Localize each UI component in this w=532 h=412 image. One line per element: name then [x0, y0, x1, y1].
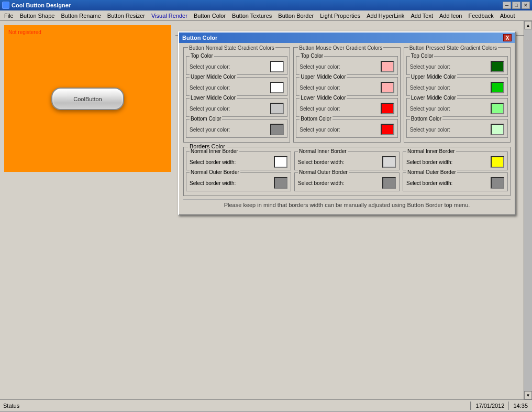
mouseover-upper-middle-select-label: Select your color: — [300, 85, 377, 91]
menu-file[interactable]: File — [1, 12, 17, 20]
normal-top-select-label: Select your color: — [190, 64, 267, 70]
pressed-upper-middle-swatch[interactable] — [491, 82, 504, 93]
normal-upper-middle-select-label: Select your color: — [190, 85, 267, 91]
menu-button-color[interactable]: Button Color — [191, 12, 229, 20]
mouseover-upper-middle-swatch[interactable] — [381, 82, 394, 93]
mouseover-inner-border-row: Select border width: — [298, 156, 396, 168]
menu-add-text[interactable]: Add Text — [407, 12, 436, 20]
title-bar-buttons: ─ □ ✕ — [503, 2, 530, 9]
mouseover-top-group: Top Color Select your color: — [296, 56, 397, 75]
menu-add-hyperlink[interactable]: Add HyperLink — [363, 12, 407, 20]
menu-button-textures[interactable]: Button Textures — [229, 12, 275, 20]
mouseover-lower-middle-select-label: Select your color: — [300, 106, 377, 112]
pressed-bottom-swatch[interactable] — [491, 124, 504, 135]
menu-button-resizer[interactable]: Button Resizer — [104, 12, 148, 20]
menu-about[interactable]: About — [497, 12, 518, 20]
mouseover-borders-col: Normal Inner Border Select border width:… — [294, 151, 400, 193]
pressed-bottom-row: Select your color: — [410, 124, 504, 135]
mouseover-lower-middle-swatch[interactable] — [381, 103, 394, 114]
normal-top-swatch[interactable] — [270, 61, 284, 72]
pressed-outer-border-select-label: Select border width: — [406, 180, 487, 186]
mouseover-lower-middle-row: Select your color: — [300, 103, 394, 114]
mouse-over-title: Button Mouse Over Gradient Colors — [298, 45, 383, 51]
scroll-up-button[interactable]: ▲ — [524, 21, 532, 29]
menu-light-properties[interactable]: Light Properties — [317, 12, 363, 20]
menu-button-rename[interactable]: Button Rename — [58, 12, 104, 20]
normal-lower-middle-group: Lower Middle Color Select your color: — [186, 98, 287, 117]
close-button[interactable]: ✕ — [522, 2, 530, 9]
normal-lower-middle-row: Select your color: — [190, 103, 284, 114]
vertical-scrollbar[interactable]: ▲ ▼ — [524, 21, 532, 399]
dialog-title-bar: Button Color X — [179, 32, 515, 43]
pressed-outer-border-label: Normal Outer Border — [406, 169, 457, 175]
pressed-top-row: Select your color: — [410, 61, 504, 72]
status-time: 14:35 — [508, 402, 532, 410]
menu-add-icon[interactable]: Add Icon — [436, 12, 465, 20]
scroll-track[interactable] — [524, 29, 532, 391]
normal-outer-border-row: Select border width: — [190, 177, 287, 189]
menu-feedback[interactable]: Feedback — [465, 12, 496, 20]
pressed-outer-border-group: Normal Outer Border Select border width: — [403, 172, 508, 191]
pressed-bottom-group: Bottom Color Select your color: — [406, 119, 508, 138]
normal-bottom-row: Select your color: — [190, 124, 284, 135]
mouseover-bottom-swatch[interactable] — [381, 124, 394, 135]
mouseover-inner-border-swatch[interactable] — [382, 156, 396, 168]
mouseover-outer-border-swatch[interactable] — [382, 177, 396, 189]
normal-outer-border-group: Normal Outer Border Select border width: — [186, 172, 291, 191]
normal-bottom-label: Bottom Color — [190, 116, 222, 122]
pressed-outer-border-swatch[interactable] — [491, 177, 504, 189]
pressed-lower-middle-row: Select your color: — [410, 103, 504, 114]
dialog-title-text: Button Color — [182, 35, 217, 41]
borders-section: Borders Color Normal Inner Border Select… — [183, 147, 511, 196]
preview-panel: Not registered CoolButton — [0, 21, 175, 351]
mouseover-top-row: Select your color: — [300, 61, 394, 72]
normal-upper-middle-row: Select your color: — [190, 82, 284, 93]
scroll-down-button[interactable]: ▼ — [524, 391, 532, 399]
gradient-sections: Button Normal State Gradient Colors Top … — [183, 47, 511, 143]
normal-bottom-swatch[interactable] — [270, 124, 284, 135]
title-bar: Cool Button Designer ─ □ ✕ — [0, 0, 532, 10]
status-bar: Status 17/01/2012 14:35 — [0, 399, 532, 411]
normal-outer-border-select-label: Select border width: — [190, 180, 271, 186]
pressed-inner-border-swatch[interactable] — [491, 156, 504, 168]
status-text: Status — [0, 403, 470, 409]
dialog-content: Button Normal State Gradient Colors Top … — [179, 43, 515, 214]
normal-inner-border-swatch[interactable] — [274, 156, 287, 168]
normal-lower-middle-swatch[interactable] — [270, 103, 284, 114]
button-color-dialog: Button Color X Button Normal State Gradi… — [178, 31, 516, 215]
pressed-outer-border-row: Select border width: — [406, 177, 504, 189]
pressed-top-swatch[interactable] — [491, 61, 504, 72]
normal-upper-middle-swatch[interactable] — [270, 82, 284, 93]
maximize-button[interactable]: □ — [512, 2, 520, 9]
mouseover-top-swatch[interactable] — [381, 61, 394, 72]
menu-button-border[interactable]: Button Border — [275, 12, 317, 20]
pressed-inner-border-group: Normal Inner Border Select border width: — [403, 151, 508, 170]
pressed-upper-middle-select-label: Select your color: — [410, 85, 487, 91]
pressed-top-group: Top Color Select your color: — [406, 56, 508, 75]
menu-bar: File Button Shape Button Rename Button R… — [0, 10, 532, 21]
app-title: Cool Button Designer — [12, 2, 501, 8]
pressed-upper-middle-label: Upper Middle Color — [410, 74, 457, 80]
preview-background: Not registered CoolButton — [4, 25, 171, 172]
preview-button[interactable]: CoolButton — [51, 88, 124, 110]
pressed-inner-border-row: Select border width: — [406, 156, 504, 168]
dialog-close-button[interactable]: X — [503, 34, 512, 41]
mouseover-bottom-row: Select your color: — [300, 124, 394, 135]
normal-top-row: Select your color: — [190, 61, 284, 72]
minimize-button[interactable]: ─ — [503, 2, 511, 9]
normal-lower-middle-label: Lower Middle Color — [190, 95, 237, 101]
preview-button-label: CoolButton — [73, 96, 102, 102]
menu-button-shape[interactable]: Button Shape — [17, 12, 58, 20]
normal-inner-border-select-label: Select border width: — [190, 159, 271, 165]
normal-top-label: Top Color — [190, 53, 214, 59]
pressed-borders-col: Normal Inner Border Select border width:… — [403, 151, 508, 193]
menu-visual-render[interactable]: Visual Render — [148, 12, 191, 20]
pressed-lower-middle-swatch[interactable] — [491, 103, 504, 114]
normal-outer-border-swatch[interactable] — [274, 177, 287, 189]
mouseover-top-label: Top Color — [300, 53, 324, 59]
normal-inner-border-group: Normal Inner Border Select border width: — [186, 151, 291, 170]
normal-borders-col: Normal Inner Border Select border width:… — [186, 151, 291, 193]
pressed-upper-middle-row: Select your color: — [410, 82, 504, 93]
footer-note-text: Please keep in mind that borders width c… — [224, 202, 470, 208]
mouseover-outer-border-row: Select border width: — [298, 177, 396, 189]
